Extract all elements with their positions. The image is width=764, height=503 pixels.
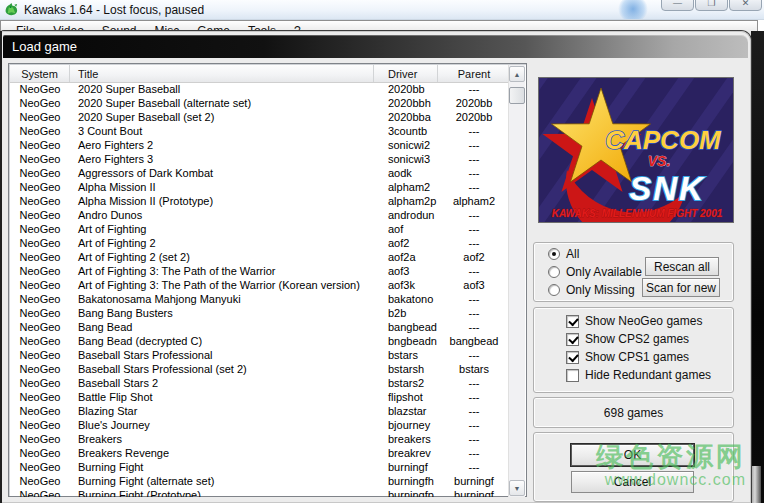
cell-system: NeoGeo [10,307,70,321]
radio-option-only-missing[interactable]: Only Missing [548,283,635,297]
game-list-row[interactable]: NeoGeo Art of Fighting 3: The Path of th… [10,279,510,293]
game-list-row[interactable]: NeoGeo Battle Flip Shot flipshot --- [10,391,510,405]
game-list-row[interactable]: NeoGeo Bang Bead (decrypted C) bngbeadn … [10,335,510,349]
radio-label: Only Missing [566,283,635,297]
column-header-title[interactable]: Title [70,65,374,82]
cell-driver: bangbead [374,321,438,335]
scroll-up-button[interactable]: ▲ [509,66,525,82]
game-list-row[interactable]: NeoGeo Aggressors of Dark Kombat aodk --… [10,167,510,181]
radio-icon[interactable] [548,248,560,260]
window-left-border [0,31,2,503]
column-header-system[interactable]: System [10,65,70,82]
column-header-driver[interactable]: Driver [374,65,438,82]
cell-title: Andro Dunos [70,209,374,223]
game-list-row[interactable]: NeoGeo Burning Fight (alternate set) bur… [10,475,510,489]
cell-parent: --- [438,293,510,307]
game-list-row[interactable]: NeoGeo Breakers breakers --- [10,433,510,447]
cell-driver: bjourney [374,419,438,433]
cell-title: 2020 Super Baseball (set 2) [70,111,374,125]
game-list[interactable]: System Title Driver Parent NeoGeo 2020 S… [8,63,527,497]
cell-parent: --- [438,223,510,237]
scrollbar-thumb[interactable] [509,87,525,104]
checkbox-icon[interactable] [566,351,579,364]
checkbox-show-neogeo-games[interactable]: Show NeoGeo games [566,314,702,328]
cell-driver: sonicwi3 [374,153,438,167]
rescan-all-button[interactable]: Rescan all [645,257,719,276]
vertical-scrollbar[interactable]: ▲ ▼ [508,65,525,497]
checkbox-label: Hide Redundant games [585,368,711,382]
game-list-row[interactable]: NeoGeo Blue's Journey bjourney --- [10,419,510,433]
checkbox-show-cps2-games[interactable]: Show CPS2 games [566,332,689,346]
game-list-row[interactable]: NeoGeo Baseball Stars Professional (set … [10,363,510,377]
game-list-row[interactable]: NeoGeo Alpha Mission II (Prototype) alph… [10,195,510,209]
cell-title: Art of Fighting 2 (set 2) [70,251,374,265]
cell-system: NeoGeo [10,447,70,461]
cell-parent: --- [438,139,510,153]
close-button[interactable]: ✕ [729,0,762,11]
radio-option-only-available[interactable]: Only Available [548,265,642,279]
cell-parent: alpham2 [438,195,510,209]
cell-driver: aof2a [374,251,438,265]
cell-driver: alpham2 [374,181,438,195]
game-list-row[interactable]: NeoGeo Bang Bead bangbead --- [10,321,510,335]
radio-label: All [566,247,579,261]
cell-parent: bstars [438,363,510,377]
cell-driver: flipshot [374,391,438,405]
cell-title: Bang Bead [70,321,374,335]
cell-title: Bang Bead (decrypted C) [70,335,374,349]
game-list-row[interactable]: NeoGeo Art of Fighting aof --- [10,223,510,237]
cell-title: Alpha Mission II [70,181,374,195]
game-list-row[interactable]: NeoGeo Burning Fight burningf --- [10,461,510,475]
cell-driver: sonicwi2 [374,139,438,153]
game-list-row[interactable]: NeoGeo Alpha Mission II alpham2 --- [10,181,510,195]
cell-system: NeoGeo [10,377,70,391]
cell-parent: 2020bb [438,111,510,125]
scroll-down-button[interactable]: ▼ [509,480,525,496]
game-list-row[interactable]: NeoGeo Burning Fight (Prototype) burning… [10,489,510,497]
cell-driver: bstars [374,349,438,363]
column-header-parent[interactable]: Parent [438,65,510,82]
maximize-button[interactable]: ❐ [695,0,728,11]
radio-icon[interactable] [548,284,560,296]
scan-for-new-button[interactable]: Scan for new [642,278,720,297]
game-list-row[interactable]: NeoGeo 3 Count Bout 3countb --- [10,125,510,139]
cell-title: 3 Count Bout [70,125,374,139]
artwork-tagline-text: KAWAKS: MILLENNIUM FIGHT 2001 [552,208,723,219]
checkbox-icon[interactable] [566,333,579,346]
checkbox-show-cps1-games[interactable]: Show CPS1 games [566,350,689,364]
cell-system: NeoGeo [10,391,70,405]
cancel-button[interactable]: Cancel [571,471,694,493]
window-title: Kawaks 1.64 - Lost focus, paused [24,3,204,17]
cell-parent: bangbead [438,335,510,349]
game-list-row[interactable]: NeoGeo Art of Fighting 2 aof2 --- [10,237,510,251]
dialog-titlebar[interactable]: Load game [3,35,748,58]
game-list-row[interactable]: NeoGeo 2020 Super Baseball (set 2) 2020b… [10,111,510,125]
game-list-row[interactable]: NeoGeo Baseball Stars 2 bstars2 --- [10,377,510,391]
game-list-row[interactable]: NeoGeo 2020 Super Baseball (alternate se… [10,97,510,111]
checkbox-icon[interactable] [566,369,579,382]
game-list-row[interactable]: NeoGeo Breakers Revenge breakrev --- [10,447,510,461]
game-list-row[interactable]: NeoGeo Aero Fighters 3 sonicwi3 --- [10,153,510,167]
cell-title: Baseball Stars Professional (set 2) [70,363,374,377]
cell-title: Battle Flip Shot [70,391,374,405]
cell-parent: --- [438,265,510,279]
ok-button[interactable]: OK [571,444,694,466]
game-list-row[interactable]: NeoGeo Aero Fighters 2 sonicwi2 --- [10,139,510,153]
game-list-row[interactable]: NeoGeo Andro Dunos androdun --- [10,209,510,223]
minimize-button[interactable]: — [661,0,694,11]
radio-icon[interactable] [548,266,560,278]
game-list-row[interactable]: NeoGeo Art of Fighting 2 (set 2) aof2a a… [10,251,510,265]
checkbox-icon[interactable] [566,315,579,328]
game-list-row[interactable]: NeoGeo Bakatonosama Mahjong Manyuki baka… [10,293,510,307]
game-list-row[interactable]: NeoGeo 2020 Super Baseball 2020bb --- [10,83,510,97]
game-list-row[interactable]: NeoGeo Bang Bang Busters b2b --- [10,307,510,321]
checkbox-label: Show CPS1 games [585,350,689,364]
cell-title: Burning Fight (Prototype) [70,489,374,497]
cell-system: NeoGeo [10,335,70,349]
cell-system: NeoGeo [10,83,70,97]
game-list-row[interactable]: NeoGeo Blazing Star blazstar --- [10,405,510,419]
game-list-row[interactable]: NeoGeo Baseball Stars Professional bstar… [10,349,510,363]
game-list-row[interactable]: NeoGeo Art of Fighting 3: The Path of th… [10,265,510,279]
radio-option-all[interactable]: All [548,247,579,261]
checkbox-hide-redundant-games[interactable]: Hide Redundant games [566,368,711,382]
